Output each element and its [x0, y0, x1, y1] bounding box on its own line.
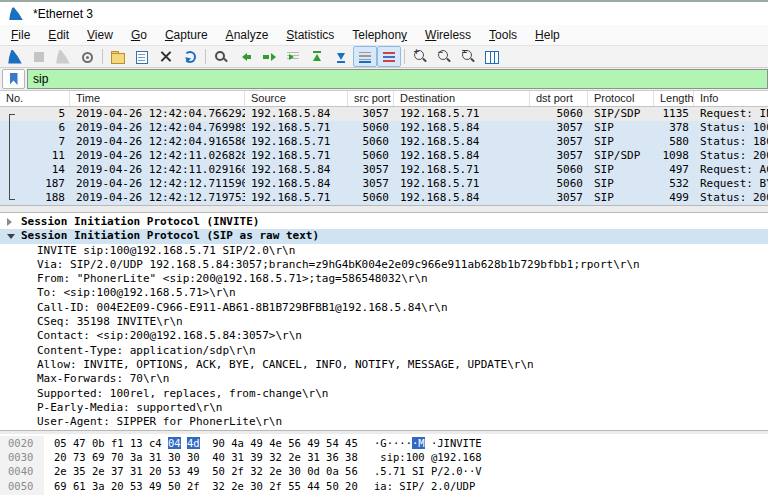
- stop-capture-button[interactable]: [27, 46, 51, 67]
- packet-cell-dst_port: 3057: [530, 191, 588, 205]
- menu-wireless[interactable]: Wireless: [416, 26, 480, 44]
- menu-go[interactable]: Go: [122, 26, 156, 44]
- packet-row[interactable]: 142019-04-26 12:42:11.029160192.168.5.84…: [0, 163, 768, 177]
- go-to-packet-button[interactable]: [281, 46, 305, 67]
- zoom-original-button[interactable]: =: [456, 46, 480, 67]
- close-file-button[interactable]: [154, 46, 178, 67]
- colorize-button[interactable]: [377, 46, 401, 67]
- hex-bytes: 2e 35 2e 37 31 20 53 49 50 2f 32 2e 30 0…: [44, 464, 366, 478]
- menu-statistics[interactable]: Statistics: [277, 26, 343, 44]
- restart-capture-button[interactable]: [51, 46, 75, 67]
- wireshark-logo-icon: [9, 6, 24, 21]
- open-file-button[interactable]: [106, 46, 130, 67]
- packet-cell-length: 1098: [654, 149, 694, 163]
- expander-closed-icon[interactable]: [7, 218, 12, 226]
- detail-raw-line[interactable]: Allow: INVITE, OPTIONS, ACK, BYE, CANCEL…: [0, 358, 768, 372]
- column-header-time[interactable]: Time: [70, 91, 245, 106]
- detail-raw-line[interactable]: Via: SIP/2.0/UDP 192.168.5.84:3057;branc…: [0, 258, 768, 272]
- packet-cell-info: Request: BYE: [694, 177, 768, 191]
- packet-row[interactable]: 72019-04-26 12:42:04.916586192.168.5.715…: [0, 135, 768, 149]
- packet-cell-destination: 192.168.5.84: [394, 135, 530, 149]
- packet-row[interactable]: 52019-04-26 12:42:04.766292192.168.5.843…: [0, 107, 768, 121]
- menu-file[interactable]: File: [2, 26, 39, 44]
- packet-row[interactable]: 62019-04-26 12:42:04.769989192.168.5.715…: [0, 121, 768, 135]
- zoom-in-button[interactable]: +: [408, 46, 432, 67]
- column-header-info[interactable]: Info: [694, 91, 768, 106]
- go-to-packet-icon: [285, 49, 301, 65]
- auto-scroll-button[interactable]: [353, 46, 377, 67]
- detail-raw-line[interactable]: Supported: 100rel, replaces, from-change…: [0, 387, 768, 401]
- find-packet-icon: [213, 49, 229, 65]
- menu-help[interactable]: Help: [526, 26, 569, 44]
- detail-protocol-node[interactable]: Session Initiation Protocol (INVITE): [0, 215, 768, 229]
- column-header-length[interactable]: Length: [654, 91, 694, 106]
- menu-telephony[interactable]: Telephony: [343, 26, 416, 44]
- packet-cell-source: 192.168.5.71: [245, 191, 348, 205]
- zoom-out-button[interactable]: −: [432, 46, 456, 67]
- close-file-icon: [158, 49, 174, 65]
- hex-row[interactable]: 003020 73 69 70 3a 31 30 30 40 31 39 32 …: [0, 450, 768, 464]
- packet-cell-src_port: 5060: [348, 149, 394, 163]
- menu-capture[interactable]: Capture: [156, 26, 217, 44]
- go-top-button[interactable]: [305, 46, 329, 67]
- display-filter-input[interactable]: sip: [27, 69, 768, 89]
- detail-raw-line[interactable]: Contact: <sip:200@192.168.5.84:3057>\r\n: [0, 329, 768, 343]
- detail-raw-line[interactable]: To: <sip:100@192.168.5.71>\r\n: [0, 286, 768, 300]
- hex-row[interactable]: 00402e 35 2e 37 31 20 53 49 50 2f 32 2e …: [0, 464, 768, 478]
- packet-row[interactable]: 1872019-04-26 12:42:12.711590192.168.5.8…: [0, 177, 768, 191]
- packet-row[interactable]: 1882019-04-26 12:42:12.719753192.168.5.7…: [0, 191, 768, 205]
- menu-analyze[interactable]: Analyze: [217, 26, 278, 44]
- packet-cell-time: 2019-04-26 12:42:11.029160: [70, 163, 245, 177]
- reload-button[interactable]: [178, 46, 202, 67]
- column-header-no[interactable]: No.: [0, 91, 70, 106]
- packet-cell-length: 499: [654, 191, 694, 205]
- packet-cell-protocol: SIP/SDP: [588, 149, 654, 163]
- expander-open-icon[interactable]: [7, 234, 15, 239]
- column-header-src_port[interactable]: src port: [348, 91, 394, 106]
- capture-options-button[interactable]: [75, 46, 99, 67]
- detail-raw-line[interactable]: From: "PhonerLite" <sip:200@192.168.5.71…: [0, 272, 768, 286]
- menu-view[interactable]: View: [78, 26, 122, 44]
- packet-row[interactable]: 112019-04-26 12:42:11.026828192.168.5.71…: [0, 149, 768, 163]
- column-header-destination[interactable]: Destination: [394, 91, 530, 106]
- related-packets-bracket: [9, 114, 15, 200]
- start-capture-button[interactable]: [3, 46, 27, 67]
- detail-raw-line[interactable]: Max-Forwards: 70\r\n: [0, 372, 768, 386]
- menu-tools[interactable]: Tools: [480, 26, 526, 44]
- packet-cell-time: 2019-04-26 12:42:04.916586: [70, 135, 245, 149]
- hex-offset: 0020: [0, 436, 44, 450]
- go-back-button[interactable]: [233, 46, 257, 67]
- packet-cell-info: Request: ACK: [694, 163, 768, 177]
- find-packet-button[interactable]: [209, 46, 233, 67]
- column-header-dst_port[interactable]: dst port: [530, 91, 588, 106]
- column-header-protocol[interactable]: Protocol: [588, 91, 654, 106]
- filter-bar: sip: [0, 68, 768, 91]
- detail-raw-line[interactable]: Call-ID: 004E2E09-C966-E911-AB61-8B1B729…: [0, 301, 768, 315]
- go-forward-button[interactable]: [257, 46, 281, 67]
- hex-offset: 0040: [0, 464, 44, 478]
- detail-raw-line[interactable]: CSeq: 35198 INVITE\r\n: [0, 315, 768, 329]
- menu-edit[interactable]: Edit: [39, 26, 78, 44]
- detail-raw-line[interactable]: P-Early-Media: supported\r\n: [0, 401, 768, 415]
- detail-raw-line[interactable]: INVITE sip:100@192.168.5.71 SIP/2.0\r\n: [0, 244, 768, 258]
- hex-row[interactable]: 002005 47 0b f1 13 c4 04 4d 90 4a 49 4e …: [0, 436, 768, 450]
- resize-columns-button[interactable]: [480, 46, 504, 67]
- hex-row[interactable]: 005069 61 3a 20 53 49 50 2f 32 2e 30 2f …: [0, 479, 768, 493]
- save-file-button[interactable]: [130, 46, 154, 67]
- filter-bookmark-button[interactable]: [2, 69, 25, 89]
- window-title: *Ethernet 3: [33, 7, 93, 21]
- column-header-source[interactable]: Source: [245, 91, 348, 106]
- packet-cell-length: 532: [654, 177, 694, 191]
- hex-ascii: ia: SIP/ 2.0/UDP: [366, 479, 482, 493]
- packet-cell-protocol: SIP: [588, 135, 654, 149]
- packet-cell-info: Status: 200 O: [694, 149, 768, 163]
- packet-cell-dst_port: 3057: [530, 149, 588, 163]
- detail-raw-line[interactable]: Content-Type: application/sdp\r\n: [0, 344, 768, 358]
- go-bottom-button[interactable]: [329, 46, 353, 67]
- detail-protocol-node[interactable]: Session Initiation Protocol (SIP as raw …: [0, 229, 768, 243]
- detail-raw-line[interactable]: User-Agent: SIPPER for PhonerLite\r\n: [0, 415, 768, 429]
- hex-bytes: 20 73 69 70 3a 31 30 30 40 31 39 32 2e 3…: [44, 450, 366, 464]
- hex-ascii: ·G·····M ·JINVITE: [366, 436, 482, 450]
- pane-splitter-top[interactable]: [0, 205, 768, 213]
- hex-selected-bytes: 4d: [187, 437, 200, 449]
